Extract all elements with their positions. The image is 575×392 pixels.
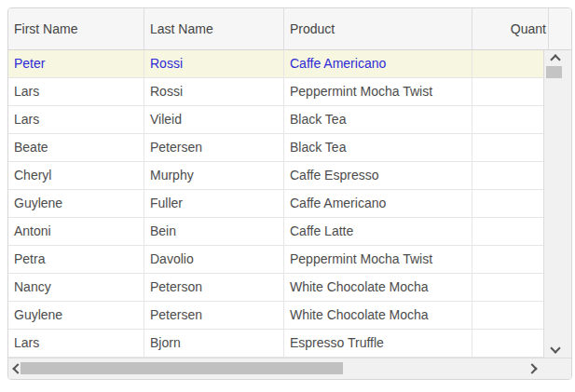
table-row[interactable]: Guylene Fuller Caffe Americano [8, 190, 543, 218]
chevron-down-icon[interactable] [550, 343, 560, 353]
cell-last-name: Peterson [144, 274, 284, 301]
data-grid: First Name Last Name Product Quant Peter… [7, 7, 572, 380]
table-row[interactable]: Cheryl Murphy Caffe Espresso [8, 162, 543, 190]
cell-quantity [472, 246, 543, 273]
cell-product: Espresso Truffle [284, 330, 472, 357]
cell-first-name: Guylene [8, 302, 144, 329]
cell-last-name: Bein [144, 218, 284, 245]
cell-last-name: Petersen [144, 302, 284, 329]
grid-header-row: First Name Last Name Product Quant [8, 8, 571, 50]
cell-quantity [472, 134, 543, 161]
table-row[interactable]: Beate Petersen Black Tea [8, 134, 543, 162]
scrollbar-corner [543, 358, 571, 379]
column-header-first-name[interactable]: First Name [8, 8, 144, 49]
chevron-up-icon[interactable] [550, 54, 560, 64]
cell-first-name: Peter [8, 50, 144, 77]
cell-last-name: Bjorn [144, 330, 284, 357]
cell-product: Black Tea [284, 106, 472, 133]
cell-product: Caffe Americano [284, 50, 472, 77]
cell-quantity [472, 162, 543, 189]
cell-first-name: Lars [8, 106, 144, 133]
cell-quantity [472, 274, 543, 301]
bottom-scrollbar-strip [8, 358, 571, 379]
table-row[interactable]: Antoni Bein Caffe Latte [8, 218, 543, 246]
table-row[interactable]: Nancy Peterson White Chocolate Mocha [8, 274, 543, 302]
table-row-selected[interactable]: Peter Rossi Caffe Americano [8, 50, 543, 78]
cell-product: Peppermint Mocha Twist [284, 78, 472, 105]
table-row[interactable]: Lars Vileid Black Tea [8, 106, 543, 134]
cell-first-name: Cheryl [8, 162, 144, 189]
cell-product: Caffe Latte [284, 218, 472, 245]
cell-last-name: Davolio [144, 246, 284, 273]
cell-quantity [472, 330, 543, 357]
cell-product: White Chocolate Mocha [284, 274, 472, 301]
cell-first-name: Beate [8, 134, 144, 161]
cell-last-name: Rossi [144, 50, 284, 77]
header-filler [549, 8, 571, 49]
cell-first-name: Guylene [8, 190, 144, 217]
cell-first-name: Nancy [8, 274, 144, 301]
cell-first-name: Antoni [8, 218, 144, 245]
cell-quantity [472, 218, 543, 245]
cell-first-name: Lars [8, 330, 144, 357]
cell-product: White Chocolate Mocha [284, 302, 472, 329]
column-header-product[interactable]: Product [284, 8, 472, 49]
cell-last-name: Murphy [144, 162, 284, 189]
cell-first-name: Petra [8, 246, 144, 273]
cell-quantity [472, 302, 543, 329]
chevron-right-icon[interactable] [527, 363, 537, 373]
cell-quantity [472, 50, 543, 77]
cell-first-name: Lars [8, 78, 144, 105]
table-row[interactable]: Guylene Petersen White Chocolate Mocha [8, 302, 543, 330]
vertical-scrollbar[interactable] [543, 50, 571, 358]
cell-product: Black Tea [284, 134, 472, 161]
cell-quantity [472, 78, 543, 105]
cell-last-name: Rossi [144, 78, 284, 105]
table-row[interactable]: Lars Rossi Peppermint Mocha Twist [8, 78, 543, 106]
cell-product: Caffe Americano [284, 190, 472, 217]
cell-last-name: Vileid [144, 106, 284, 133]
vertical-scrollbar-thumb[interactable] [546, 66, 562, 78]
table-row[interactable]: Lars Bjorn Espresso Truffle [8, 330, 543, 358]
column-header-quantity[interactable]: Quant [472, 8, 549, 49]
table-row[interactable]: Petra Davolio Peppermint Mocha Twist [8, 246, 543, 274]
grid-body: Peter Rossi Caffe Americano Lars Rossi P… [8, 50, 571, 358]
column-header-last-name[interactable]: Last Name [144, 8, 284, 49]
cell-product: Caffe Espresso [284, 162, 472, 189]
horizontal-scrollbar-thumb[interactable] [21, 362, 343, 374]
cell-product: Peppermint Mocha Twist [284, 246, 472, 273]
cell-last-name: Petersen [144, 134, 284, 161]
horizontal-scrollbar[interactable] [8, 358, 543, 379]
grid-rows: Peter Rossi Caffe Americano Lars Rossi P… [8, 50, 543, 358]
cell-quantity [472, 106, 543, 133]
cell-last-name: Fuller [144, 190, 284, 217]
cell-quantity [472, 190, 543, 217]
